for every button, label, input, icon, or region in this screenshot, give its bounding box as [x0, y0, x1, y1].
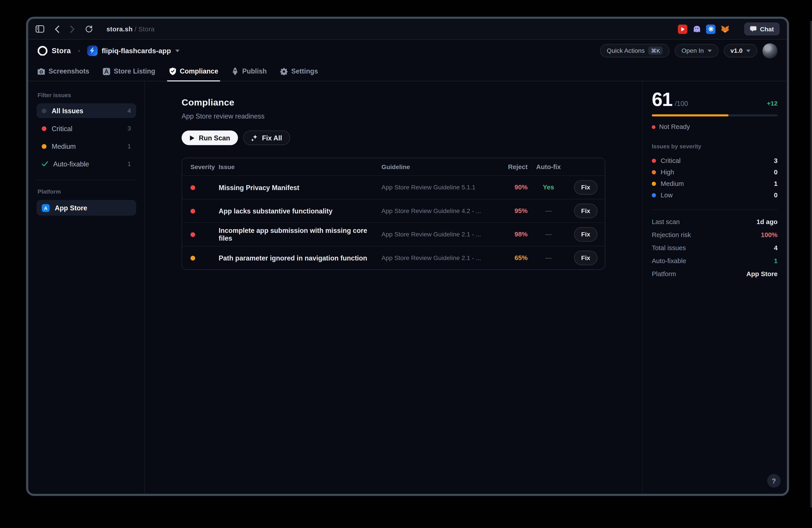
back-icon[interactable] — [55, 25, 59, 33]
sidebar-divider — [37, 180, 136, 180]
issue-guideline: App Store Review Guideline 4.2 - ... — [381, 207, 494, 215]
reject-percent: 98% — [494, 231, 527, 238]
tab-label: Screenshots — [48, 67, 89, 75]
sidebar-item-count: 1 — [128, 160, 131, 168]
severity-medium-dot-icon — [190, 256, 195, 260]
help-button[interactable]: ? — [767, 474, 781, 487]
table-row[interactable]: Missing Privacy Manifest App Store Revie… — [182, 175, 605, 199]
stat-last-scan: Last scan 1d ago — [652, 215, 778, 228]
stat-label: Total issues — [652, 244, 774, 252]
red-play-extension-icon[interactable] — [678, 24, 687, 34]
col-header-reject: Reject — [494, 163, 527, 170]
reject-percent: 65% — [494, 254, 527, 261]
table-row[interactable]: Incomplete app submission with missing c… — [182, 222, 605, 246]
severity-count: 3 — [774, 157, 777, 165]
gear-icon — [280, 68, 288, 75]
table-body: Missing Privacy Manifest App Store Revie… — [182, 175, 605, 270]
issue-title: Incomplete app submission with missing c… — [219, 227, 381, 242]
issue-guideline: App Store Review Guideline 2.1 - ... — [381, 254, 494, 261]
severity-label: Critical — [661, 157, 769, 165]
stat-label: Last scan — [652, 218, 757, 225]
breadcrumb-dot — [78, 50, 79, 52]
sidebar-item-critical[interactable]: Critical 3 — [37, 121, 136, 136]
status-dot-icon — [652, 125, 655, 129]
app-name: flipiq-flashcards-app — [102, 47, 171, 55]
severity-row-low: Low 0 — [652, 189, 778, 201]
app-icon — [87, 45, 97, 56]
tab-compliance[interactable]: Compliance — [169, 61, 218, 81]
severity-label: High — [661, 169, 769, 176]
fix-button[interactable]: Fix — [574, 203, 597, 218]
fix-button[interactable]: Fix — [574, 251, 597, 265]
app-store-icon — [103, 68, 110, 75]
stat-platform: Platform App Store — [652, 267, 778, 280]
rocket-icon — [232, 67, 239, 75]
autofix-status: — — [527, 231, 569, 238]
col-header-issue: Issue — [219, 163, 381, 170]
play-icon — [189, 135, 194, 141]
quick-actions-button[interactable]: Quick Actions ⌘K — [600, 44, 669, 57]
avatar[interactable] — [762, 43, 778, 58]
open-in-button[interactable]: Open In — [675, 44, 719, 57]
reject-percent: 90% — [494, 184, 527, 191]
col-header-autofix: Auto-fix — [527, 163, 569, 170]
sidebar-item-auto-fixable[interactable]: Auto-fixable 1 — [37, 157, 136, 171]
sidebar-item-app-store[interactable]: A App Store — [37, 200, 136, 216]
tab-settings[interactable]: Settings — [280, 61, 318, 81]
filter-section-label: Filter issues — [38, 92, 135, 98]
forward-icon[interactable] — [70, 25, 75, 33]
issue-guideline: App Store Review Guideline 2.1 - ... — [381, 231, 494, 238]
status-label: Not Ready — [659, 123, 690, 130]
chat-bubble-icon — [750, 26, 757, 32]
stat-value: 1d ago — [757, 218, 778, 225]
stora-logo-icon — [38, 46, 47, 56]
high-dot-icon — [652, 170, 656, 174]
all-issues-dot-icon — [42, 109, 46, 113]
fix-button[interactable]: Fix — [574, 227, 597, 242]
blue-burst-extension-icon[interactable] — [706, 24, 716, 34]
severity-row-medium: Medium 1 — [652, 178, 778, 189]
tab-store-listing[interactable]: Store Listing — [103, 61, 155, 81]
table-row[interactable]: Path parameter ignored in navigation fun… — [182, 246, 605, 269]
shield-check-icon — [169, 67, 176, 75]
autofix-status: — — [527, 207, 569, 215]
sidebar-item-all-issues[interactable]: All Issues 4 — [37, 103, 136, 118]
critical-dot-icon — [42, 126, 46, 131]
reject-percent: 95% — [494, 207, 527, 215]
table-row[interactable]: App lacks substantive functionality App … — [182, 199, 605, 222]
page-title: Compliance — [182, 97, 605, 108]
app-store-icon: A — [42, 204, 49, 212]
sidebar-item-medium[interactable]: Medium 1 — [37, 139, 136, 153]
tab-screenshots[interactable]: Screenshots — [38, 61, 89, 81]
critical-dot-icon — [652, 159, 656, 163]
chevron-down-icon — [707, 49, 712, 52]
version-selector[interactable]: v1.0 — [724, 44, 757, 57]
stat-rejection-risk: Rejection risk 100% — [652, 228, 778, 241]
run-scan-label: Run Scan — [199, 134, 230, 142]
tab-publish[interactable]: Publish — [232, 61, 267, 81]
col-header-guideline: Guideline — [381, 163, 494, 170]
ghost-extension-icon[interactable] — [692, 24, 702, 34]
filter-sidebar: Filter issues All Issues 4 Critical 3 Me… — [28, 82, 145, 494]
fix-button[interactable]: Fix — [574, 180, 597, 195]
chat-button[interactable]: Chat — [744, 23, 780, 35]
reload-icon[interactable] — [85, 25, 93, 33]
sidebar-item-label: Medium — [52, 142, 122, 150]
app-selector[interactable]: flipiq-flashcards-app — [87, 45, 179, 56]
sidebar-item-count: 3 — [128, 125, 131, 132]
sidebar-item-label: Critical — [52, 125, 122, 132]
score-progress-fill — [652, 114, 729, 116]
fix-all-button[interactable]: Fix All — [243, 130, 290, 145]
issues-table: Severity Issue Guideline Reject Auto-fix… — [182, 158, 605, 270]
url-bar[interactable]: stora.sh / Stora — [106, 25, 155, 33]
action-buttons: Run Scan Fix All — [182, 130, 605, 145]
tab-label: Compliance — [180, 67, 218, 75]
run-scan-button[interactable]: Run Scan — [182, 130, 238, 145]
chat-label: Chat — [760, 25, 774, 33]
main-panel: Compliance App Store review readiness Ru… — [145, 82, 642, 494]
fox-wallet-extension-icon[interactable] — [720, 24, 730, 34]
score-panel: 61 /100 +12 Not Ready Issues by severity… — [642, 82, 787, 494]
stat-auto-fixable: Auto-fixable 1 — [652, 254, 778, 267]
brand[interactable]: Stora — [38, 46, 71, 56]
sidebar-toggle-icon[interactable] — [35, 25, 44, 33]
